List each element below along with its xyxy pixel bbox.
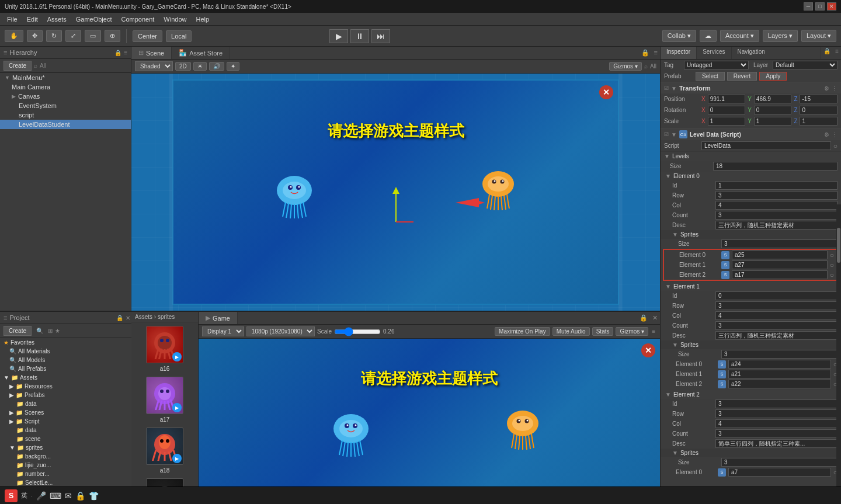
select-button[interactable]: Select [696, 72, 725, 81]
rotate-tool-button[interactable]: ↻ [46, 30, 62, 42]
minimize-button[interactable]: ─ [804, 2, 813, 11]
game-tab[interactable]: ▶ Game [199, 312, 238, 324]
e0-sprite0-input[interactable] [732, 251, 828, 259]
taskbar-mic-icon[interactable]: 🎤 [36, 491, 46, 500]
leveldata-settings-icon[interactable]: ⚙ [824, 131, 829, 138]
navigation-tab[interactable]: Navigation [732, 47, 822, 59]
all-models-item[interactable]: 🔍 All Models [0, 356, 134, 364]
services-tab[interactable]: Services [697, 47, 731, 59]
hierarchy-item-leveldatastudent[interactable]: LevelDataStudent [0, 120, 131, 129]
menu-edit[interactable]: Edit [22, 15, 43, 24]
game-menu-icon[interactable]: ✕ [650, 312, 660, 324]
prefabs-item[interactable]: ▶ 📁 Prefabs [0, 391, 134, 399]
e0-count-input[interactable] [715, 211, 837, 220]
scale-x-input[interactable] [708, 117, 746, 126]
maximize-play-button[interactable]: Maximize On Play [495, 327, 550, 336]
hand-tool-button[interactable]: ✋ [5, 30, 23, 42]
e2-sprite0-input[interactable] [728, 468, 831, 477]
scale-y-input[interactable] [754, 117, 792, 126]
taskbar-lock-icon[interactable]: 🔒 [75, 491, 85, 500]
menu-component[interactable]: Component [116, 15, 159, 24]
close-button[interactable]: ✕ [827, 2, 836, 11]
pos-x-input[interactable] [708, 95, 746, 103]
2d-button[interactable]: 2D [175, 62, 191, 71]
hierarchy-create-button[interactable]: Create [4, 61, 32, 71]
revert-button[interactable]: Revert [727, 72, 757, 81]
menu-file[interactable]: File [2, 15, 22, 24]
rect-tool-button[interactable]: ▭ [85, 30, 101, 42]
project-menu-icon[interactable]: ✕ [126, 315, 130, 321]
scene-right-handle[interactable] [618, 74, 622, 311]
menu-assets[interactable]: Assets [43, 15, 71, 24]
mute-audio-button[interactable]: Mute Audio [552, 327, 590, 336]
e1-desc-input[interactable] [715, 331, 837, 340]
favorites-header[interactable]: ★ Favorites [0, 338, 134, 347]
hierarchy-menu-icon[interactable]: ≡ [124, 50, 127, 56]
e1-sprite2-input[interactable] [728, 380, 831, 388]
e2-sprites-header[interactable]: ▼ Sprites [661, 449, 841, 457]
taskbar-s-icon[interactable]: S [5, 489, 18, 502]
maximize-button[interactable]: □ [815, 2, 825, 11]
resolution-select[interactable]: 1080p (1920x1080) [246, 326, 315, 336]
asset-a17[interactable]: ▶ a17 [146, 377, 183, 423]
gizmos-button[interactable]: Gizmos ▾ [609, 62, 642, 71]
transform-settings-icon[interactable]: ⚙ [824, 85, 829, 92]
layout-button[interactable]: Layout ▾ [801, 30, 836, 42]
lijie-item[interactable]: 📁 lijie_zuo... [0, 461, 134, 470]
step-button[interactable]: ⏭ [371, 29, 390, 43]
e2-count-input[interactable] [715, 429, 837, 438]
e1-row-input[interactable] [715, 301, 837, 310]
inspector-tab[interactable]: Inspector [661, 47, 697, 59]
apply-button[interactable]: Apply [759, 72, 787, 81]
inspector-menu-icon[interactable]: ≡ [833, 47, 841, 59]
pause-button[interactable]: ⏸ [350, 29, 369, 43]
layers-button[interactable]: Layers ▾ [763, 30, 798, 42]
asset-a16[interactable]: ▶ a16 [146, 326, 183, 372]
e2-row-input[interactable] [715, 409, 837, 418]
data-item-2[interactable]: 📁 data [0, 426, 134, 435]
scenes-item[interactable]: ▶ 📁 Scenes [0, 408, 134, 417]
sprites-item[interactable]: ▼ 📁 sprites [0, 443, 134, 452]
transform-section-header[interactable]: ☑ ▼ Transform ⚙ ⋮ [661, 82, 841, 93]
game-gizmos-button[interactable]: Gizmos ▾ [616, 327, 648, 336]
project-create-button[interactable]: Create [4, 326, 32, 336]
e0-id-input[interactable] [715, 181, 837, 190]
scale-tool-button[interactable]: ⤢ [65, 30, 81, 42]
e0-sprite1-input[interactable] [732, 260, 828, 269]
e0-row-input[interactable] [715, 191, 837, 200]
asset-store-tab[interactable]: 🏪 Asset Store [172, 47, 230, 59]
leveldata-more-icon[interactable]: ⋮ [832, 131, 837, 138]
element1-section-header[interactable]: ▼ Element 1 [661, 282, 841, 291]
selectle-item[interactable]: 📁 SelectLe... [0, 478, 134, 487]
account-button[interactable]: Account ▾ [720, 30, 759, 42]
taskbar-mail-icon[interactable]: ✉ [65, 491, 72, 500]
transform-more-icon[interactable]: ⋮ [832, 85, 837, 92]
layer-select[interactable]: Default [773, 61, 837, 69]
scene-view[interactable]: ✕ 请选择游戏主题样式 [131, 74, 660, 311]
local-button[interactable]: Local [166, 30, 192, 42]
hierarchy-item-canvas[interactable]: ▶ Canvas [0, 92, 131, 101]
leveldata-checkbox[interactable]: ☑ [664, 131, 669, 137]
menu-gameobject[interactable]: GameObject [71, 15, 117, 24]
scene-lock-icon[interactable]: 🔒 [639, 47, 652, 59]
collab-button[interactable]: Collab ▾ [662, 30, 696, 42]
e0-col-input[interactable] [715, 201, 837, 210]
game-view-content[interactable]: ✕ 请选择游戏主题样式 [199, 339, 660, 504]
asset-a18[interactable]: ▶ a18 [146, 427, 183, 474]
light-button[interactable]: ☀ [193, 62, 207, 71]
game-toolbar-menu[interactable]: ≡ [651, 327, 656, 336]
rot-y-input[interactable] [754, 106, 792, 114]
e1-sprites-header[interactable]: ▼ Sprites [661, 340, 841, 349]
taskbar-keyboard-icon[interactable]: ⌨ [50, 491, 61, 500]
inspector-lock-icon[interactable]: 🔒 [821, 47, 833, 59]
script-dot-btn[interactable]: ○ [833, 142, 837, 150]
hierarchy-item-script[interactable]: script [0, 110, 131, 120]
e1-col-input[interactable] [715, 311, 837, 320]
levels-section-header[interactable]: ▼ Levels [661, 152, 841, 161]
script-value-input[interactable] [701, 141, 831, 150]
transform-tool-button[interactable]: ⊕ [105, 30, 120, 42]
audio-button[interactable]: 🔊 [209, 62, 224, 71]
scene-item[interactable]: 📁 scene [0, 435, 134, 443]
data-item-1[interactable]: 📁 data [0, 399, 134, 408]
move-tool-button[interactable]: ✥ [27, 30, 43, 42]
